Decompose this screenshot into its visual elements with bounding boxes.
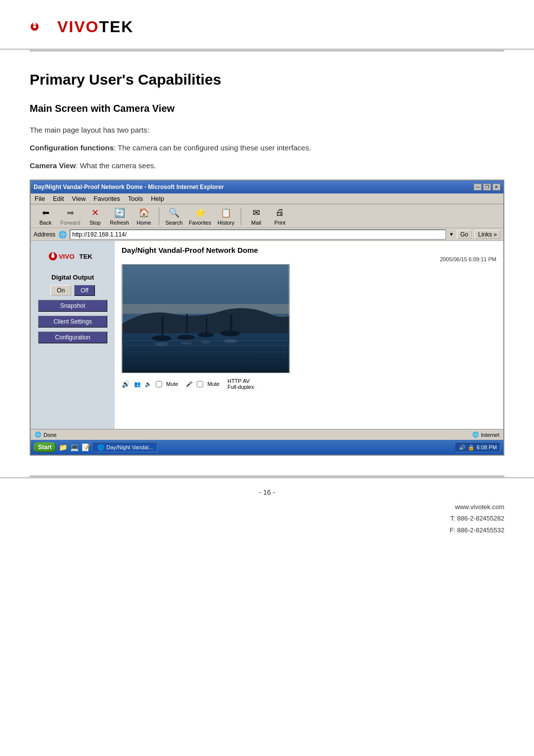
description3: Camera View: What the camera sees. (30, 160, 504, 172)
footer-phone: T: 886-2-82455282 (30, 513, 504, 524)
off-button[interactable]: Off (74, 285, 95, 296)
status-right: 🌐 Internet (472, 431, 499, 438)
address-input[interactable] (70, 230, 446, 239)
restore-button[interactable]: ❐ (483, 184, 491, 190)
svg-rect-10 (123, 333, 289, 373)
history-icon: 📋 (220, 207, 232, 219)
svg-point-21 (221, 331, 240, 336)
vivotek-logo-text: VIVOTEK (57, 18, 134, 36)
taskbar-clock: 6:08 PM (477, 444, 497, 450)
forward-button[interactable]: ➡ Forward (58, 206, 82, 227)
mail-button[interactable]: ✉ Mail (245, 206, 267, 227)
config-label: Configuration functions (30, 143, 114, 152)
description1: The main page layout has two parts: (30, 124, 504, 136)
footer-fax: F: 886-2-82455532 (30, 524, 504, 536)
taskbar-icon1: 📁 (59, 443, 67, 451)
refresh-icon: 🔄 (114, 207, 126, 219)
snapshot-button[interactable]: Snapshot (38, 300, 107, 312)
status-internet: Internet (481, 432, 499, 438)
page-main: Day/Night Vandal-Proof Network Dome 2005… (115, 241, 503, 429)
page-number: - 16 - (259, 488, 275, 496)
tray-icon2: 🔒 (468, 444, 475, 451)
favorites-icon: ⭐ (194, 207, 206, 219)
titlebar-controls: — ❐ ✕ (474, 184, 500, 190)
menu-view[interactable]: View (72, 195, 86, 202)
on-off-row: On Off (50, 285, 95, 296)
svg-text:VIVO: VIVO (59, 253, 75, 260)
audio-person-icon: 👥 (134, 381, 141, 387)
browser-statusbar: 🌐 Done 🌐 Internet (31, 429, 503, 440)
camera-datetime: 2005/06/15 6:09:11 PM (122, 256, 496, 262)
svg-point-2 (33, 25, 36, 28)
taskbar-icon2: 💻 (70, 443, 79, 451)
tray-icon1: 🔊 (459, 444, 466, 451)
main-title: Primary User's Capabilities (30, 71, 504, 88)
menu-edit[interactable]: Edit (53, 195, 64, 202)
mute-label1: Mute (166, 381, 178, 387)
back-button[interactable]: ⬅ Back (35, 206, 56, 227)
mute-label2: Mute (207, 381, 219, 387)
taskbar-left: Start 📁 💻 📝 🌐 Day/Night Vandal... (34, 442, 157, 452)
audio-controls: 🔊 👥 🔉 Mute 🎤 Mute HTTP AV Full-duplex (122, 376, 496, 392)
search-button[interactable]: 🔍 Search (163, 206, 185, 227)
client-settings-button[interactable]: Client Settings (38, 316, 107, 328)
svg-rect-15 (186, 314, 187, 333)
menu-help[interactable]: Help (151, 195, 164, 202)
svg-point-5 (51, 255, 55, 258)
home-icon: 🏠 (138, 207, 150, 219)
stop-button[interactable]: ✕ Stop (84, 206, 106, 227)
minimize-button[interactable]: — (474, 184, 482, 190)
browser-toolbar: ⬅ Back ➡ Forward ✕ Stop 🔄 Refresh 🏠 Home (31, 204, 503, 228)
start-button[interactable]: Start (34, 442, 56, 452)
mute-checkbox2[interactable] (197, 381, 203, 387)
sys-tray: 🔊 🔒 6:08 PM (455, 443, 500, 452)
footer-contact: www.vivotek.com T: 886-2-82455282 F: 886… (30, 501, 504, 536)
close-button[interactable]: ✕ (492, 184, 500, 190)
configuration-button[interactable]: Configuration (38, 331, 107, 343)
config-text: : The camera can be configured using the… (114, 143, 311, 152)
svg-point-18 (152, 335, 172, 341)
svg-text:TEK: TEK (79, 253, 92, 260)
print-icon: 🖨 (274, 207, 286, 219)
taskbar-app-icon: 🌐 (97, 444, 104, 451)
page-content: Primary User's Capabilities Main Screen … (0, 51, 534, 475)
print-button[interactable]: 🖨 Print (269, 206, 291, 227)
sidebar-vivotek-logo: VIVO TEK (48, 249, 97, 264)
history-button[interactable]: 📋 History (215, 206, 237, 227)
home-button[interactable]: 🏠 Home (133, 206, 155, 227)
camera-title: Day/Night Vandal-Proof Network Dome (122, 246, 496, 254)
browser-taskbar: Start 📁 💻 📝 🌐 Day/Night Vandal... 🔊 🔒 6:… (31, 440, 503, 455)
taskbar-app-label: Day/Night Vandal... (106, 444, 153, 450)
menu-tools[interactable]: Tools (128, 195, 143, 202)
mic-icon: 🎤 (186, 381, 193, 387)
svg-rect-14 (162, 316, 164, 338)
page-sidebar: VIVO TEK Digital Output On Off Snapshot … (31, 241, 115, 429)
browser-menubar: File Edit View Favorites Tools Help (31, 193, 503, 204)
subsection-title: Main Screen with Camera View (30, 103, 504, 114)
go-button[interactable]: Go (457, 230, 472, 239)
back-icon: ⬅ (40, 207, 51, 219)
taskbar-app[interactable]: 🌐 Day/Night Vandal... (93, 443, 157, 452)
menu-favorites[interactable]: Favorites (93, 195, 120, 202)
status-done: Done (44, 432, 56, 438)
http-av-label: HTTP AV Full-duplex (227, 378, 254, 390)
status-left: 🌐 Done (35, 431, 56, 438)
browser-addressbar: Address 🌐 ▼ Go Links » (31, 228, 503, 241)
mute-checkbox1[interactable] (156, 381, 162, 387)
digital-output-label: Digital Output (51, 274, 94, 281)
camera-view-label: Camera View (30, 161, 76, 170)
refresh-button[interactable]: 🔄 Refresh (108, 206, 131, 227)
audio-icon1: 🔊 (122, 380, 130, 388)
page-footer: - 16 - www.vivotek.com T: 886-2-82455282… (0, 477, 534, 546)
links-button[interactable]: Links » (475, 230, 500, 239)
taskbar-icon3: 📝 (82, 443, 90, 451)
menu-file[interactable]: File (35, 195, 45, 202)
on-button[interactable]: On (50, 285, 71, 296)
favorites-button[interactable]: ⭐ Favorites (187, 206, 213, 227)
forward-icon: ➡ (64, 207, 76, 219)
browser-title: Day/Night Vandal-Proof Network Dome - Mi… (34, 184, 224, 190)
sidebar-logo: VIVO TEK (48, 249, 97, 266)
svg-point-20 (198, 332, 214, 337)
browser-titlebar: Day/Night Vandal-Proof Network Dome - Mi… (31, 181, 503, 193)
address-label: Address (34, 231, 55, 238)
